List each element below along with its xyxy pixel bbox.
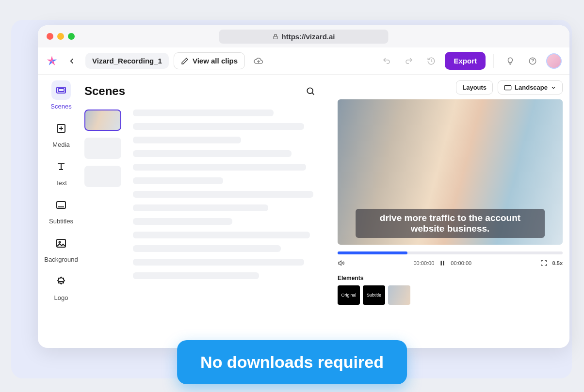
progress-fill	[338, 251, 407, 254]
progress-bar[interactable]	[338, 251, 563, 254]
text-icon	[55, 161, 67, 172]
skeleton-line	[133, 150, 292, 157]
scene-thumbnails	[84, 110, 123, 279]
speed-label[interactable]: 0.5x	[552, 260, 563, 266]
svg-rect-11	[443, 261, 444, 265]
svg-point-7	[59, 242, 60, 243]
sidebar-item-media[interactable]: Media	[51, 119, 71, 148]
history-button[interactable]	[422, 52, 440, 70]
project-name-chip[interactable]: Vizard_Recording_1	[85, 53, 169, 69]
chevron-down-icon	[551, 85, 556, 91]
skeleton-line	[133, 137, 241, 143]
skeleton-line	[133, 164, 306, 171]
sidebar-item-background[interactable]: Background	[44, 234, 78, 263]
maximize-icon[interactable]	[68, 33, 75, 40]
skeleton-line	[133, 218, 232, 225]
cloud-upload-button[interactable]	[250, 52, 267, 70]
minimize-icon[interactable]	[57, 33, 64, 40]
elements-row: Original Subtitle	[338, 285, 563, 305]
svg-rect-3	[58, 89, 64, 92]
landscape-icon	[504, 85, 512, 91]
export-button[interactable]: Export	[445, 52, 486, 70]
video-preview[interactable]: drive more traffic to the account websit…	[338, 99, 563, 245]
time-total: 00:00:00	[451, 260, 471, 266]
search-button[interactable]	[302, 82, 319, 100]
undo-icon	[382, 57, 391, 65]
element-subtitle[interactable]: Subtitle	[363, 285, 385, 305]
browser-window: https://vizard.ai Vizard_Recording_1 Vie…	[38, 25, 569, 348]
redo-icon	[405, 57, 413, 65]
scene-thumb-1[interactable]	[84, 110, 121, 131]
element-image[interactable]	[388, 285, 410, 305]
panel-title: Scenes	[84, 84, 125, 98]
media-icon	[55, 123, 67, 134]
skeleton-line	[133, 245, 281, 252]
skeleton-line	[133, 232, 310, 238]
orientation-select[interactable]: Landscape	[498, 80, 563, 94]
sidebar-item-scenes[interactable]: Scenes	[50, 80, 71, 110]
traffic-lights	[47, 33, 75, 40]
subtitles-icon	[55, 199, 67, 211]
close-icon[interactable]	[47, 33, 53, 40]
sidebar-label: Text	[55, 179, 67, 187]
redo-button[interactable]	[400, 52, 418, 70]
app-body: Scenes Media Text Subtitles Background L…	[38, 75, 569, 348]
svg-point-8	[307, 88, 313, 94]
help-icon	[528, 57, 537, 65]
divider	[493, 54, 494, 68]
view-all-label: View all clips	[193, 57, 238, 65]
fullscreen-icon[interactable]	[540, 259, 548, 267]
search-icon	[306, 86, 315, 96]
pencil-icon	[181, 57, 189, 65]
undo-button[interactable]	[378, 52, 395, 70]
history-icon	[427, 57, 436, 65]
skeleton-line	[133, 123, 304, 130]
url-bar[interactable]: https://vizard.ai	[219, 30, 388, 44]
skeleton-line	[133, 110, 274, 116]
cloud-icon	[254, 56, 263, 66]
skeleton-line	[133, 272, 259, 279]
scene-thumb-3[interactable]	[84, 166, 121, 187]
scenes-panel: Scenes	[84, 75, 332, 348]
chevron-left-icon	[67, 57, 76, 65]
promo-banner: No downloads required	[177, 340, 407, 384]
url-text: https://vizard.ai	[281, 32, 335, 41]
sidebar-label: Subtitles	[49, 218, 73, 225]
view-all-clips-button[interactable]: View all clips	[174, 52, 245, 69]
scene-thumb-2[interactable]	[84, 138, 121, 159]
lightbulb-icon	[506, 57, 515, 65]
sidebar: Scenes Media Text Subtitles Background L…	[38, 75, 84, 348]
sidebar-item-logo[interactable]: Logo	[51, 272, 71, 301]
svg-rect-9	[504, 85, 511, 90]
elements-heading: Elements	[338, 275, 563, 282]
image-icon	[55, 237, 67, 249]
app-logo-icon	[46, 55, 58, 67]
tips-button[interactable]	[502, 52, 519, 70]
avatar[interactable]	[546, 53, 562, 69]
skeleton-line	[133, 191, 313, 198]
video-caption: drive more traffic to the account websit…	[356, 209, 545, 238]
back-button[interactable]	[63, 52, 81, 70]
sidebar-label: Media	[52, 141, 69, 148]
layouts-button[interactable]: Layouts	[456, 80, 493, 94]
sidebar-label: Scenes	[50, 103, 71, 110]
sidebar-item-subtitles[interactable]: Subtitles	[49, 195, 73, 225]
skeleton-line	[133, 259, 304, 266]
help-button[interactable]	[524, 52, 541, 70]
sidebar-item-text[interactable]: Text	[51, 157, 71, 187]
element-original[interactable]: Original	[338, 285, 360, 305]
sidebar-label: Logo	[54, 294, 68, 301]
titlebar: https://vizard.ai	[38, 25, 569, 47]
player-controls: 00:00:00 00:00:00 0.5x	[338, 259, 563, 267]
lock-icon	[272, 33, 278, 40]
sidebar-label: Background	[44, 256, 78, 263]
preview-panel: Layouts Landscape drive more traffic to …	[332, 75, 569, 348]
skeleton-line	[133, 177, 223, 184]
svg-rect-0	[274, 36, 277, 38]
transcript-skeleton	[133, 110, 323, 279]
pause-icon[interactable]	[439, 260, 446, 267]
app-toolbar: Vizard_Recording_1 View all clips Export	[38, 47, 569, 75]
badge-icon	[55, 276, 67, 287]
volume-icon[interactable]	[338, 259, 345, 267]
time-current: 00:00:00	[413, 260, 434, 266]
